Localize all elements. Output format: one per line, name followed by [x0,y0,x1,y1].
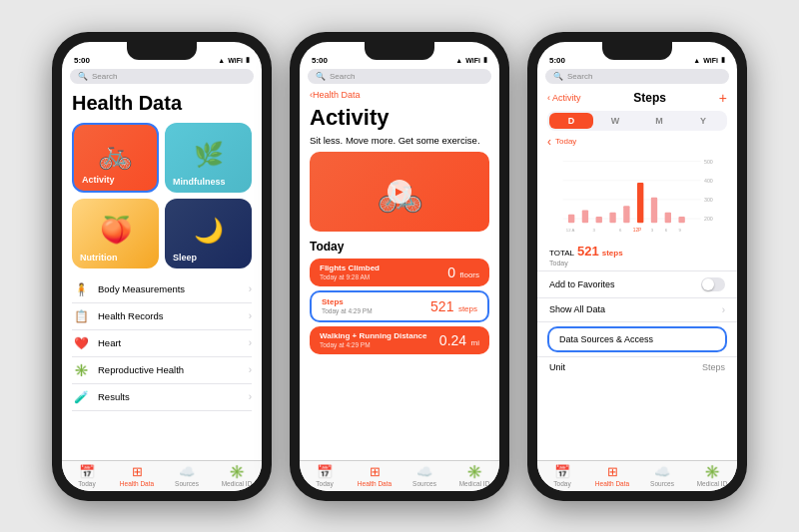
sources-icon-3: ☁️ [654,464,670,479]
status-time-2: 5:00 [312,56,328,65]
reproductive-label: Reproductive Health [98,364,249,375]
steps-chart: 500 400 300 200 12 A 3 [547,151,727,241]
add-button-3[interactable]: + [719,90,727,106]
signal-icon-1: ▲ [218,57,225,64]
tab-bar-2: 📅 Today ⊞ Health Data ☁️ Sources ✳️ Medi… [300,460,499,491]
svg-text:500: 500 [704,158,713,164]
data-sources-button[interactable]: Data Sources & Access [547,326,727,352]
svg-text:400: 400 [704,177,713,183]
sleep-card[interactable]: 🌙 Sleep [165,199,252,268]
heart-icon: ❤️ [72,336,90,350]
play-button[interactable]: ▶ [388,180,411,204]
steps-sublabel: Today at 4:29 PM [322,307,373,314]
sources-label-2: Sources [412,480,436,487]
back-button-3[interactable]: ‹ Activity [547,93,581,103]
tab-today-2[interactable]: 📅 Today [300,464,350,487]
search-bar-1[interactable]: 🔍 Search [70,69,254,84]
battery-icon-2: ▮ [483,56,487,64]
healthdata-icon-1: ⊞ [132,464,143,479]
chart-svg: 500 400 300 200 12 A 3 [547,151,727,236]
search-bar-2[interactable]: 🔍 Search [308,69,491,84]
tab-healthdata-1[interactable]: ⊞ Health Data [112,464,162,487]
tab-sources-2[interactable]: ☁️ Sources [400,464,449,487]
healthdata-icon-2: ⊞ [370,464,381,479]
list-item-results[interactable]: 🧪 Results › [72,384,252,411]
data-sources-label: Data Sources & Access [559,334,653,344]
records-icon: 📋 [72,309,90,323]
tab-today-1[interactable]: 📅 Today [62,464,112,487]
total-unit: steps [602,249,623,258]
today-label-1: Today [78,480,95,487]
tab-today-3[interactable]: 📅 Today [537,464,587,487]
search-bar-3[interactable]: 🔍 Search [545,69,729,84]
walking-unit: mi [471,338,479,347]
back-nav-2[interactable]: ‹ Health Data [300,88,499,103]
time-segment-control[interactable]: D W M Y [547,111,727,131]
list-item-heart[interactable]: ❤️ Heart › [72,330,252,357]
svg-text:6: 6 [619,227,622,232]
seg-week[interactable]: W [593,113,637,129]
health-categories-grid: 🚲 Activity 🌿 Mindfulness 🍑 Nutrition 🌙 S… [72,123,252,268]
unit-label: Unit [549,362,702,372]
show-all-label: Show All Data [549,304,722,314]
search-icon-2: 🔍 [316,72,326,81]
notch-1 [127,42,197,60]
list-item-records[interactable]: 📋 Health Records › [72,303,252,330]
tab-healthdata-3[interactable]: ⊞ Health Data [587,464,637,487]
mindfulness-icon: 🌿 [194,141,224,169]
mindfulness-card[interactable]: 🌿 Mindfulness [165,123,252,193]
flights-unit: floors [459,270,479,279]
seg-day[interactable]: D [549,113,593,129]
steps-value: 521 [430,298,453,314]
favorites-toggle[interactable] [701,277,725,291]
list-item-reproductive[interactable]: ✳️ Reproductive Health › [72,357,252,384]
show-all-data-item[interactable]: Show All Data › [537,298,737,322]
total-sub: Today [537,260,737,270]
flights-climbed-card[interactable]: Flights Climbed Today at 9:28 AM 0 floor… [310,259,489,286]
svg-rect-9 [582,210,588,223]
list-item-body[interactable]: 🧍 Body Measurements › [72,276,252,303]
sleep-label: Sleep [173,253,244,263]
tab-healthdata-2[interactable]: ⊞ Health Data [350,464,400,487]
chart-nav: ‹ Today [547,135,727,149]
sources-label-3: Sources [650,480,674,487]
tab-medicalid-3[interactable]: ✳️ Medical ID [687,464,737,487]
svg-rect-11 [609,212,615,223]
walking-value: 0.24 [439,332,466,348]
seg-month[interactable]: M [637,113,681,129]
svg-rect-13 [637,182,643,222]
tab-sources-1[interactable]: ☁️ Sources [162,464,212,487]
tab-sources-3[interactable]: ☁️ Sources [637,464,687,487]
signal-icon-3: ▲ [693,57,700,64]
tab-medicalid-1[interactable]: ✳️ Medical ID [212,464,262,487]
sources-icon-1: ☁️ [179,464,195,479]
unit-row: Unit Steps [537,356,737,377]
wifi-icon-1: WiFi [228,57,243,64]
flights-value: 0 [447,265,455,280]
chevron-icon-4: › [249,364,252,375]
healthdata-icon-3: ⊞ [607,464,618,479]
steps-card[interactable]: Steps Today at 4:29 PM 521 steps [310,290,489,322]
battery-icon-3: ▮ [721,56,725,64]
svg-rect-10 [596,216,602,222]
walking-distance-card[interactable]: Walking + Running Distance Today at 4:29… [310,326,489,354]
tab-bar-3: 📅 Today ⊞ Health Data ☁️ Sources ✳️ Medi… [537,460,737,491]
total-label: TOTAL [549,249,574,258]
chart-back-arrow[interactable]: ‹ [547,135,551,149]
activity-video-thumb[interactable]: 🚲 ▶ [310,152,489,232]
nutrition-card[interactable]: 🍑 Nutrition [72,199,159,268]
healthdata-label-1: Health Data [120,480,154,487]
reproductive-icon: ✳️ [72,363,90,377]
tab-medicalid-2[interactable]: ✳️ Medical ID [449,464,499,487]
records-label: Health Records [98,310,249,321]
search-icon-3: 🔍 [553,72,563,81]
nutrition-label: Nutrition [80,253,151,263]
sources-label-1: Sources [175,480,199,487]
medicalid-icon-3: ✳️ [704,464,720,479]
add-to-favorites-item[interactable]: Add to Favorites [537,270,737,298]
nav-title-3: Steps [633,91,666,105]
activity-card[interactable]: 🚲 Activity [72,123,159,193]
seg-year[interactable]: Y [681,113,725,129]
page-title-2: Activity [310,105,489,131]
status-time-1: 5:00 [74,56,90,65]
